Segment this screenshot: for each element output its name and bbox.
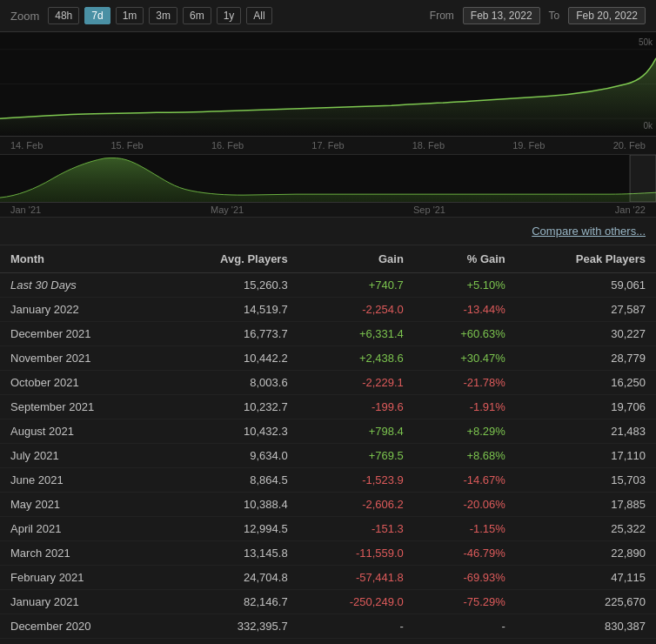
from-label: From [430, 10, 454, 22]
cell-avg: 9,634.0 [162, 444, 298, 468]
to-date[interactable]: Feb 20, 2022 [568, 7, 646, 24]
cell-gain: -2,229.1 [298, 371, 414, 395]
cell-avg: 14,519.7 [162, 298, 298, 322]
cell-gain: -57,441.8 [298, 566, 414, 590]
zoom-1y[interactable]: 1y [217, 7, 242, 24]
cell-pct: +8.68% [414, 444, 516, 468]
cell-avg: 10,388.4 [162, 493, 298, 517]
table-row: August 202110,432.3+798.4+8.29%21,483 [0, 419, 656, 444]
zoom-all[interactable]: All [246, 7, 271, 24]
col-avg: Avg. Players [162, 245, 298, 273]
table-row: November 202110,442.2+2,438.6+30.47%28,7… [0, 346, 656, 371]
compare-bar: Compare with others... [0, 218, 656, 245]
table-row: January 202182,146.7-250,249.0-75.29%225… [0, 590, 656, 614]
overview-x-0: Jan '21 [10, 205, 41, 215]
cell-pct: +8.29% [414, 419, 516, 444]
cell-peak: 22,890 [516, 541, 656, 566]
cell-pct: -13.44% [414, 298, 516, 322]
cell-month: April 2021 [0, 517, 162, 541]
cell-month: January 2022 [0, 298, 162, 322]
cell-gain: +740.7 [298, 273, 414, 298]
cell-month: October 2021 [0, 371, 162, 395]
cell-peak: 19,706 [516, 395, 656, 419]
table-row: Last 30 Days15,260.3+740.7+5.10%59,061 [0, 273, 656, 298]
table-row: April 202112,994.5-151.3-1.15%25,322 [0, 517, 656, 541]
chart-y-top: 50k [639, 37, 653, 47]
cell-gain: -151.3 [298, 517, 414, 541]
zoom-3m[interactable]: 3m [149, 7, 177, 24]
cell-pct: -1.91% [414, 395, 516, 419]
cell-avg: 15,260.3 [162, 273, 298, 298]
table-row: December 202116,773.7+6,331.4+60.63%30,2… [0, 322, 656, 346]
cell-pct: -75.29% [414, 590, 516, 614]
cell-gain: +6,331.4 [298, 322, 414, 346]
cell-gain: -2,254.0 [298, 298, 414, 322]
x-axis: 14. Feb 15. Feb 16. Feb 17. Feb 18. Feb … [0, 137, 656, 155]
cell-peak: 28,779 [516, 346, 656, 371]
chart-svg [0, 32, 656, 136]
cell-peak: 17,110 [516, 444, 656, 468]
col-month: Month [0, 245, 162, 273]
overview-x-1: May '21 [211, 205, 244, 215]
cell-peak: 27,587 [516, 298, 656, 322]
from-date[interactable]: Feb 13, 2022 [463, 7, 540, 24]
x-label-5: 19. Feb [512, 140, 545, 151]
cell-month: May 2021 [0, 493, 162, 517]
cell-pct: -21.78% [414, 371, 516, 395]
toolbar: Zoom 48h 7d 1m 3m 6m 1y All From Feb 13,… [0, 0, 656, 32]
x-label-3: 17. Feb [311, 140, 344, 151]
cell-pct: -14.67% [414, 468, 516, 493]
cell-avg: 16,773.7 [162, 322, 298, 346]
cell-pct: +30.47% [414, 346, 516, 371]
cell-gain: +769.5 [298, 444, 414, 468]
to-label: To [549, 10, 560, 22]
overview-x-2: Sep '21 [413, 205, 445, 215]
cell-peak: 830,387 [516, 614, 656, 639]
zoom-6m[interactable]: 6m [183, 7, 211, 24]
cell-avg: 24,704.8 [162, 566, 298, 590]
col-pct: % Gain [414, 245, 516, 273]
zoom-48h[interactable]: 48h [48, 7, 79, 24]
table-row: May 202110,388.4-2,606.2-20.06%17,885 [0, 493, 656, 517]
zoom-1m[interactable]: 1m [116, 7, 144, 24]
cell-peak: 17,885 [516, 493, 656, 517]
cell-pct: -46.79% [414, 541, 516, 566]
x-label-6: 20. Feb [613, 140, 646, 151]
cell-gain: -11,559.0 [298, 541, 414, 566]
table-row: September 202110,232.7-199.6-1.91%19,706 [0, 395, 656, 419]
cell-peak: 25,322 [516, 517, 656, 541]
compare-button[interactable]: Compare with others... [532, 225, 646, 238]
zoom-label: Zoom [10, 10, 39, 23]
cell-avg: 10,442.2 [162, 346, 298, 371]
col-peak: Peak Players [516, 245, 656, 273]
cell-pct: - [414, 614, 516, 639]
cell-peak: 21,483 [516, 419, 656, 444]
x-label-0: 14. Feb [10, 140, 43, 151]
data-table: Month Avg. Players Gain % Gain Peak Play… [0, 245, 656, 639]
cell-gain: -250,249.0 [298, 590, 414, 614]
cell-gain: +798.4 [298, 419, 414, 444]
table-row: February 202124,704.8-57,441.8-69.93%47,… [0, 566, 656, 590]
x-label-2: 16. Feb [211, 140, 244, 151]
overview-chart[interactable] [0, 155, 656, 203]
cell-avg: 10,432.3 [162, 419, 298, 444]
table-row: June 20218,864.5-1,523.9-14.67%15,703 [0, 468, 656, 493]
cell-avg: 13,145.8 [162, 541, 298, 566]
cell-month: November 2021 [0, 346, 162, 371]
overview-x-3: Jan '22 [615, 205, 646, 215]
zoom-7d[interactable]: 7d [84, 7, 110, 24]
cell-avg: 82,146.7 [162, 590, 298, 614]
x-label-1: 15. Feb [110, 140, 143, 151]
cell-month: January 2021 [0, 590, 162, 614]
cell-avg: 332,395.7 [162, 614, 298, 639]
table-row: December 2020332,395.7--830,387 [0, 614, 656, 639]
cell-month: Last 30 Days [0, 273, 162, 298]
svg-rect-3 [630, 155, 656, 202]
cell-gain: - [298, 614, 414, 639]
cell-month: December 2020 [0, 614, 162, 639]
cell-month: July 2021 [0, 444, 162, 468]
cell-peak: 59,061 [516, 273, 656, 298]
cell-avg: 10,232.7 [162, 395, 298, 419]
cell-peak: 15,703 [516, 468, 656, 493]
cell-pct: +60.63% [414, 322, 516, 346]
